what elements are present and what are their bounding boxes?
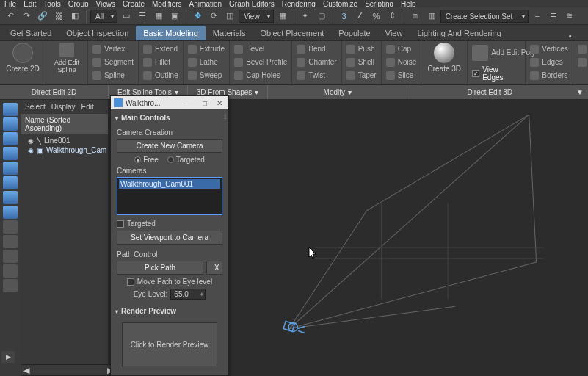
pivot-icon[interactable]: ▦: [275, 9, 290, 24]
add-edit-poly-button[interactable]: Add Edit Poly: [472, 43, 520, 63]
ribbon-vertices[interactable]: Vertices: [530, 43, 568, 55]
rotate-icon[interactable]: ⟳: [206, 9, 221, 24]
tool-icon-5[interactable]: [3, 162, 18, 175]
scene-column-header[interactable]: Name (Sorted Ascending): [21, 114, 108, 134]
select-rect-icon[interactable]: ▦: [151, 9, 166, 24]
cameras-listbox[interactable]: Walkthrough_Cam001: [117, 177, 222, 215]
tool-icon-11[interactable]: [3, 250, 18, 263]
menu-customize[interactable]: Customize: [323, 0, 357, 7]
menu-help[interactable]: Help: [401, 0, 416, 7]
ribbon-noise[interactable]: Noise: [386, 56, 417, 68]
ribbon-outline[interactable]: Outline: [143, 69, 178, 82]
ribbon-segment[interactable]: Segment: [92, 56, 134, 68]
tab-object-placement[interactable]: Object Placement: [253, 26, 331, 40]
sub-direct-edit-3d[interactable]: Direct Edit 3D: [407, 85, 572, 99]
sub-direct-edit-2d[interactable]: Direct Edit 2D: [0, 85, 109, 99]
angle-snap-icon[interactable]: ∠: [353, 9, 368, 24]
menu-create[interactable]: Create: [123, 0, 145, 7]
ribbon-shell[interactable]: Shell: [346, 56, 377, 68]
play-button[interactable]: ▶: [1, 351, 15, 363]
undo-icon[interactable]: ↶: [3, 9, 18, 24]
tab-view[interactable]: View: [378, 26, 410, 40]
move-icon[interactable]: ✥: [190, 9, 205, 24]
view-edges-checkbox[interactable]: ✓ View Edges: [472, 65, 520, 82]
scene-menu-edit[interactable]: Edit: [81, 103, 94, 111]
redo-icon[interactable]: ↷: [19, 9, 34, 24]
render-preview-box[interactable]: Click to Render Preview: [122, 322, 217, 366]
ribbon-cap[interactable]: Cap: [386, 43, 417, 55]
tab-materials[interactable]: Materials: [206, 26, 253, 40]
clear-path-button[interactable]: X: [206, 261, 222, 275]
set-viewport-button[interactable]: Set Viewport to Camera: [117, 231, 222, 245]
close-button[interactable]: ✕: [214, 99, 225, 107]
tab-basic-modeling[interactable]: Basic Modeling: [136, 26, 206, 40]
ribbon-capholes[interactable]: Cap Holes: [234, 69, 287, 82]
menu-file[interactable]: File: [4, 0, 16, 7]
ribbon-push[interactable]: Push: [346, 43, 377, 55]
tool-icon-6[interactable]: [3, 176, 18, 189]
layers-icon[interactable]: ≣: [546, 9, 561, 24]
selection-set-dropdown[interactable]: Create Selection Set: [440, 10, 529, 23]
menu-graph[interactable]: Graph Editors: [229, 0, 275, 7]
unlink-icon[interactable]: ⛓: [51, 9, 66, 24]
bind-icon[interactable]: ◧: [68, 9, 82, 24]
ribbon-bend[interactable]: Bend: [297, 43, 336, 55]
menu-animation[interactable]: Animation: [189, 0, 222, 7]
ribbon-extrude[interactable]: Extrude: [188, 43, 225, 55]
tool-icon-10[interactable]: [3, 235, 18, 248]
add-edit-spline-button[interactable]: Add Edit Spline: [51, 43, 83, 73]
ribbon-spline[interactable]: Spline: [92, 69, 134, 82]
tab-populate[interactable]: Populate: [331, 26, 377, 40]
maximize-button[interactable]: □: [199, 99, 211, 107]
ref-coord-dropdown[interactable]: View: [239, 10, 274, 23]
tool-icon-2[interactable]: [3, 118, 18, 131]
create-3d-button[interactable]: Create 3D: [426, 43, 462, 73]
ribbon-bevel[interactable]: Bevel: [234, 43, 287, 55]
ribbon-lathe[interactable]: Lathe: [188, 56, 225, 68]
create-2d-button[interactable]: Create 2D: [4, 43, 41, 73]
tool-icon-7[interactable]: [3, 191, 18, 204]
minimize-button[interactable]: —: [184, 99, 196, 107]
mirror-icon[interactable]: ▥: [424, 9, 439, 24]
pin-icon[interactable]: ⟟: [224, 112, 227, 121]
menu-modifiers[interactable]: Modifiers: [152, 0, 182, 7]
visibility-icon[interactable]: ◉: [28, 137, 34, 145]
ribbon-twist[interactable]: Twist: [297, 69, 336, 82]
rollout-main-controls[interactable]: Main Controls: [114, 111, 225, 125]
ribbon-fillet[interactable]: Fillet: [143, 56, 178, 68]
ribbon-vertex[interactable]: Vertex: [92, 43, 134, 55]
ribbon-polygons[interactable]: Polygons: [578, 43, 588, 55]
menu-views[interactable]: Views: [96, 0, 116, 7]
sub-filter-icon[interactable]: ▼: [572, 85, 588, 99]
free-radio[interactable]: Free: [134, 156, 159, 164]
ribbon-chamfer[interactable]: Chamfer: [297, 56, 336, 68]
percent-snap-icon[interactable]: %: [369, 9, 384, 24]
select-window-icon[interactable]: ▣: [167, 9, 182, 24]
tool-icon-13[interactable]: [3, 279, 18, 292]
menu-scripting[interactable]: Scripting: [365, 0, 393, 7]
tool-icon-4[interactable]: [3, 147, 18, 160]
menu-edit[interactable]: Edit: [23, 0, 36, 7]
tool-icon-9[interactable]: [3, 220, 18, 234]
move-path-checkbox[interactable]: Move Path to Eye level: [117, 278, 222, 286]
selection-filter-dropdown[interactable]: All: [90, 10, 117, 23]
scene-menu-display[interactable]: Display: [51, 103, 76, 111]
ribbon-minimize-icon[interactable]: ▪: [569, 32, 585, 40]
ribbon-taper[interactable]: Taper: [346, 69, 377, 82]
ribbon-edges[interactable]: Edges: [530, 56, 568, 68]
panel-titlebar[interactable]: Walkthro... — □ ✕: [111, 96, 228, 109]
ribbon-elements[interactable]: Elements: [578, 56, 588, 68]
tool-icon-1[interactable]: [3, 103, 18, 116]
align-icon[interactable]: ≡: [530, 9, 545, 24]
manip-icon[interactable]: ✦: [298, 9, 313, 24]
tool-icon-8[interactable]: [3, 206, 18, 219]
menubar[interactable]: File Edit Tools Group Views Create Modif…: [0, 0, 588, 7]
pick-path-button[interactable]: Pick Path: [117, 261, 203, 275]
ribbon-bevelprofile[interactable]: Bevel Profile: [234, 56, 287, 68]
menu-group[interactable]: Group: [68, 0, 89, 7]
menu-rendering[interactable]: Rendering: [282, 0, 316, 7]
visibility-icon[interactable]: ◉: [28, 147, 34, 154]
scale-icon[interactable]: ◫: [222, 9, 237, 24]
camera-list-item[interactable]: Walkthrough_Cam001: [119, 179, 220, 189]
tool-icon-12[interactable]: [3, 264, 18, 278]
